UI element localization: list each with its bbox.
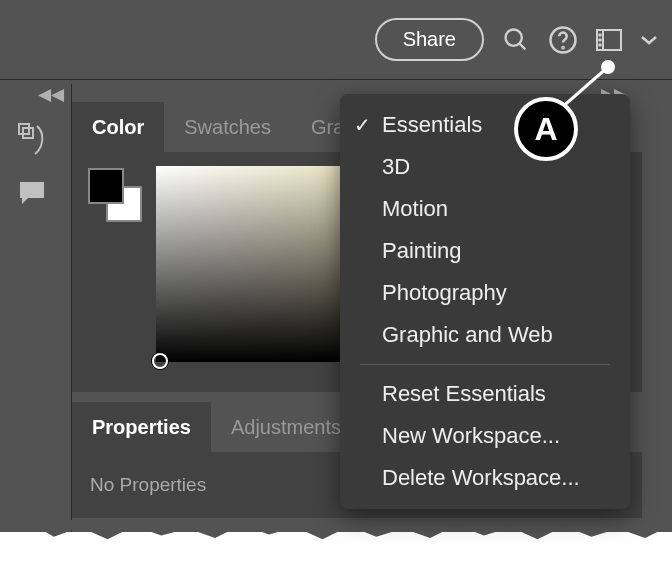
chevron-down-icon[interactable]: [640, 34, 658, 46]
collapse-left-icon[interactable]: ◀◀: [38, 84, 64, 105]
workspace-item-photography[interactable]: Photography: [340, 272, 630, 314]
workspace-item-3d[interactable]: 3D: [340, 146, 630, 188]
history-brush-icon[interactable]: [17, 120, 47, 160]
workspace-item-painting[interactable]: Painting: [340, 230, 630, 272]
workspace-item-graphic-web[interactable]: Graphic and Web: [340, 314, 630, 356]
foreground-background-swatches[interactable]: [86, 166, 140, 222]
svg-point-3: [562, 46, 563, 47]
menu-divider: [360, 364, 610, 365]
properties-empty-text: No Properties: [90, 474, 206, 495]
comment-icon[interactable]: [18, 180, 46, 210]
svg-point-7: [599, 39, 601, 41]
svg-point-6: [599, 34, 601, 36]
workspace-reset[interactable]: Reset Essentials: [340, 373, 630, 415]
callout-label: A: [514, 97, 578, 161]
left-tool-strip: [12, 120, 52, 210]
svg-line-1: [520, 43, 526, 49]
tab-properties[interactable]: Properties: [72, 402, 211, 452]
torn-edge-decoration: [0, 532, 672, 564]
help-icon[interactable]: [548, 25, 578, 55]
workspace-new[interactable]: New Workspace...: [340, 415, 630, 457]
share-button[interactable]: Share: [375, 18, 484, 61]
color-picker-ring[interactable]: [152, 353, 168, 369]
tab-adjustments[interactable]: Adjustments: [211, 402, 361, 452]
tab-color[interactable]: Color: [72, 102, 164, 152]
callout-dot: [601, 60, 615, 74]
check-icon: ✓: [354, 113, 371, 137]
workspace-switcher-icon[interactable]: [596, 29, 622, 51]
workspace-delete[interactable]: Delete Workspace...: [340, 457, 630, 499]
search-icon[interactable]: [502, 26, 530, 54]
foreground-color-swatch[interactable]: [88, 168, 124, 204]
svg-point-0: [506, 29, 522, 45]
svg-point-8: [599, 44, 601, 46]
workspace-item-motion[interactable]: Motion: [340, 188, 630, 230]
tab-swatches[interactable]: Swatches: [164, 102, 291, 152]
workspace-dropdown-menu: ✓ Essentials 3D Motion Painting Photogra…: [340, 94, 630, 509]
